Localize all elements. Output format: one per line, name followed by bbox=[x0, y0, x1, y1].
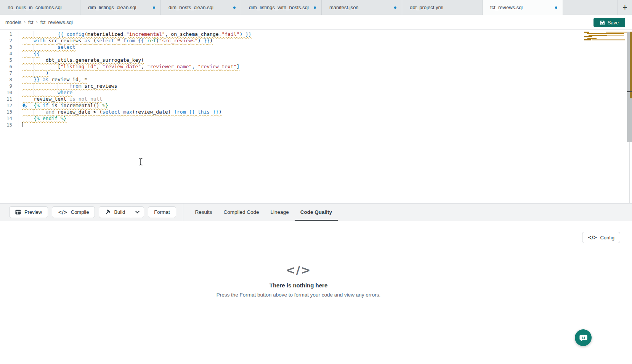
breadcrumb-item-models[interactable]: models bbox=[5, 19, 21, 25]
file-tab-label: dim_listings_with_hosts.sql bbox=[249, 5, 309, 10]
line-number: 15 bbox=[0, 122, 19, 128]
file-tab-label: manifest.json bbox=[329, 5, 359, 10]
tab-strip-filler bbox=[563, 0, 618, 15]
panel-tab-code-quality[interactable]: Code Quality bbox=[295, 204, 338, 221]
format-button[interactable]: Format bbox=[148, 206, 176, 218]
code-line-content: from src_reviews bbox=[19, 83, 117, 89]
code-line-content: select bbox=[19, 44, 75, 50]
code-line[interactable]: 4 {{ bbox=[0, 50, 632, 57]
chat-bubble-icon bbox=[579, 334, 588, 342]
build-label: Build bbox=[114, 209, 125, 215]
breadcrumb-row: models › fct › fct_reviews.sql Save bbox=[0, 15, 632, 30]
file-tab[interactable]: manifest.json bbox=[322, 0, 402, 15]
floppy-disk-icon bbox=[600, 20, 605, 25]
hammer-icon bbox=[105, 209, 111, 215]
chevron-right-icon: › bbox=[24, 19, 26, 25]
code-line[interactable]: 8 }} as review_id, * bbox=[0, 76, 632, 83]
code-line-content: ["listing_id", "review_date", "reviewer_… bbox=[19, 63, 239, 70]
code-editor[interactable]: 1 {{ config(materialized="incremental", … bbox=[0, 30, 632, 203]
code-line-content: dbt_utils.generate_surrogate_key( bbox=[19, 57, 144, 63]
empty-state-title: There is nothing here bbox=[127, 282, 470, 289]
save-label: Save bbox=[608, 20, 619, 26]
code-line-content: with src_reviews as (select * from {{ re… bbox=[19, 37, 213, 44]
code-line-content bbox=[19, 122, 22, 128]
code-brackets-icon: </> bbox=[58, 210, 67, 215]
chevron-down-icon bbox=[135, 211, 140, 213]
file-tab[interactable]: dbt_project.yml bbox=[402, 0, 483, 15]
empty-state: </> There is nothing here Press the Form… bbox=[127, 263, 470, 298]
code-brackets-large-icon: </> bbox=[127, 263, 470, 277]
line-number: 10 bbox=[0, 89, 19, 96]
editor-right-border bbox=[629, 142, 630, 203]
code-line[interactable]: 13 and review_date > (select max(review_… bbox=[0, 109, 632, 115]
code-line[interactable]: 7 ) bbox=[0, 70, 632, 76]
code-line-content: {% if is_incremental() %} bbox=[19, 102, 108, 109]
line-number: 9 bbox=[0, 83, 19, 89]
line-number: 13 bbox=[0, 109, 19, 115]
build-button[interactable]: Build bbox=[99, 207, 131, 218]
bottom-toolbar: Preview </> Compile Build Format Results… bbox=[0, 203, 632, 221]
compile-button[interactable]: </> Compile bbox=[52, 206, 95, 218]
warning-overview-marks bbox=[630, 32, 632, 98]
preview-table-icon bbox=[15, 210, 21, 215]
code-line[interactable]: 10 where bbox=[0, 89, 632, 96]
breadcrumb-item-fct[interactable]: fct bbox=[28, 19, 34, 25]
panel-tab-results[interactable]: Results bbox=[189, 204, 218, 221]
file-tab-label: dim_hosts_clean.sql bbox=[168, 5, 213, 10]
file-tab[interactable]: dim_listings_clean.sql bbox=[80, 0, 161, 15]
text-cursor bbox=[22, 122, 22, 127]
code-line[interactable]: 2 with src_reviews as (select * from {{ … bbox=[0, 37, 632, 44]
code-line[interactable]: 12 {% if is_incremental() %} bbox=[0, 102, 632, 109]
file-tab[interactable]: fct_reviews.sql bbox=[483, 0, 563, 15]
mouse-cursor-ibeam bbox=[138, 157, 143, 167]
minimap bbox=[584, 32, 627, 41]
breadcrumb-item-file: fct_reviews.sql bbox=[40, 19, 73, 25]
preview-label: Preview bbox=[24, 209, 42, 215]
file-tab[interactable]: no_nulls_in_columns.sql bbox=[0, 0, 80, 15]
modified-dot-icon bbox=[555, 6, 557, 9]
file-tab-label: no_nulls_in_columns.sql bbox=[8, 5, 62, 10]
config-button[interactable]: </> Config bbox=[582, 232, 620, 243]
file-tab[interactable]: dim_listings_with_hosts.sql bbox=[241, 0, 322, 15]
modified-dot-icon bbox=[394, 6, 396, 9]
file-tab-label: fct_reviews.sql bbox=[490, 5, 523, 10]
copilot-chat-button[interactable] bbox=[575, 329, 592, 346]
code-line[interactable]: 5 dbt_utils.generate_surrogate_key( bbox=[0, 57, 632, 63]
code-line-content: review_text is not null bbox=[19, 96, 102, 102]
editor-scrollbar[interactable] bbox=[627, 32, 632, 142]
chevron-right-icon: › bbox=[36, 19, 38, 25]
format-label: Format bbox=[154, 209, 170, 215]
code-line[interactable]: 11 review_text is not null bbox=[0, 96, 632, 102]
save-button[interactable]: Save bbox=[594, 18, 625, 27]
code-line-content: {% endif %} bbox=[19, 115, 66, 122]
code-line[interactable]: 3 select bbox=[0, 44, 632, 50]
preview-button[interactable]: Preview bbox=[9, 206, 48, 218]
code-line[interactable]: 14 {% endif %} bbox=[0, 115, 632, 122]
panel-tab-compiled-code[interactable]: Compiled Code bbox=[218, 204, 265, 221]
code-line-content: {{ config(materialized="incremental", on… bbox=[19, 31, 252, 37]
file-tab-label: dim_listings_clean.sql bbox=[88, 5, 136, 10]
code-line-content: ) bbox=[19, 70, 48, 76]
modified-dot-icon bbox=[153, 6, 155, 9]
line-number: 8 bbox=[0, 76, 19, 83]
new-tab-button[interactable]: + bbox=[618, 0, 632, 15]
code-line[interactable]: 1 {{ config(materialized="incremental", … bbox=[0, 31, 632, 37]
build-dropdown-button[interactable] bbox=[131, 207, 144, 218]
panel-tabs: ResultsCompiled CodeLineageCode Quality bbox=[189, 204, 338, 221]
code-line[interactable]: 6 ["listing_id", "review_date", "reviewe… bbox=[0, 63, 632, 70]
line-number: 3 bbox=[0, 44, 19, 50]
line-number: 2 bbox=[0, 37, 19, 44]
code-line[interactable]: 9 from src_reviews bbox=[0, 83, 632, 89]
code-line[interactable]: 15 bbox=[0, 122, 632, 128]
code-line-content: {{ bbox=[19, 50, 40, 57]
scrollbar-thumb[interactable] bbox=[627, 91, 632, 92]
result-panel: </> Config </> There is nothing here Pre… bbox=[0, 221, 632, 364]
line-number: 1 bbox=[0, 31, 19, 37]
compile-label: Compile bbox=[71, 209, 89, 215]
panel-tab-lineage[interactable]: Lineage bbox=[265, 204, 295, 221]
line-number: 7 bbox=[0, 70, 19, 76]
code-brackets-icon: </> bbox=[588, 235, 597, 240]
line-number: 11 bbox=[0, 96, 19, 102]
modified-dot-icon bbox=[233, 6, 236, 9]
file-tab[interactable]: dim_hosts_clean.sql bbox=[161, 0, 241, 15]
